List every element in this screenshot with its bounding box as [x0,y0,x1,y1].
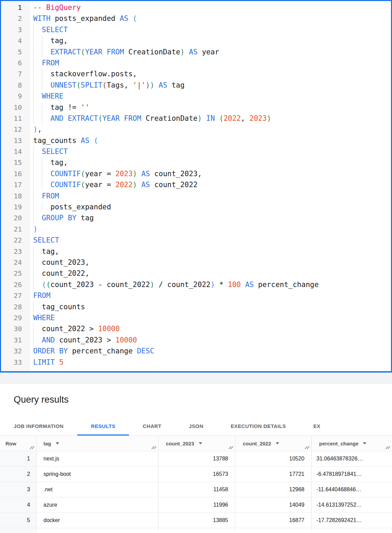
code-line[interactable]: 29WHERE [1,312,391,323]
indent-guide [33,47,34,57]
sort-dropdown-icon[interactable] [363,442,366,444]
code-line[interactable]: 31 AND count_2023 > 10000 [1,335,391,346]
tab-job-information[interactable]: JOB INFORMATION [0,416,77,436]
code-line[interactable]: 14 SELECT [1,146,391,157]
indent-guide [42,80,42,91]
column-label: count_2022 [243,441,271,446]
column-header-count_2023[interactable]: count_2023 [158,436,235,451]
tab-execution-details[interactable]: EXECUTION DETAILS [217,416,300,436]
tab-results[interactable]: RESULTS [77,416,129,436]
cell-count_2023: 11996 [158,497,235,512]
indent-guide [33,246,34,257]
sort-dropdown-icon[interactable] [56,442,59,444]
cell-tag: docker [37,513,158,528]
tab-json[interactable]: JSON [175,416,217,436]
code-line[interactable]: 1-- BigQuery [1,2,391,13]
column-label: count_2023 [166,441,194,446]
cell-row: 1 [0,451,37,466]
code-line[interactable]: 6 FROM [1,57,391,68]
code-line[interactable]: 26 ((count_2023 - count_2022) / count_20… [1,279,391,290]
code-line[interactable]: 17 COUNTIF(year = 2022) AS count_2022 [1,179,391,190]
tab-chart[interactable]: CHART [129,416,175,436]
code-text: WHERE [30,312,55,323]
code-line[interactable]: 20 GROUP BY tag [1,212,391,223]
code-line[interactable]: 30 count_2022 > 10000 [1,323,391,334]
cell-empty [312,528,392,533]
code-line[interactable]: 19 posts_expanded [1,202,391,212]
code-line[interactable]: 12), [1,124,391,135]
indent-guide [33,80,34,91]
code-line[interactable]: 23 tag, [1,246,391,257]
column-resize-handle[interactable] [228,446,233,450]
column-resize-handle[interactable] [30,446,35,450]
code-line[interactable]: 13tag_counts AS ( [1,135,391,146]
column-header-count_2022[interactable]: count_2022 [235,436,312,451]
cell-tag: next.js [37,451,158,466]
tab-ex[interactable]: EX [300,416,334,436]
code-text: SELECT [30,235,59,246]
code-line[interactable]: 18 FROM [1,191,391,202]
code-line[interactable]: 2WITH posts_expanded AS ( [1,13,391,24]
code-line[interactable]: 32ORDER BY percent_change DESC [1,346,391,356]
indent-guide [33,91,34,102]
cell-tag: .net [37,482,158,497]
cell-count_2023: 13885 [158,513,235,528]
code-line[interactable]: 27FROM [1,290,391,301]
code-line[interactable]: 11 AND EXTRACT(YEAR FROM CreationDate) I… [1,113,391,124]
code-line[interactable]: 10 tag != '' [1,102,391,113]
code-line[interactable]: 8 UNNEST(SPLIT(Tags, '|')) AS tag [1,80,391,91]
cell-percent_change: 31.06463878326… [312,451,392,466]
code-line[interactable]: 3 SELECT [1,24,391,35]
sql-editor[interactable]: 1-- BigQuery2WITH posts_expanded AS (3 S… [0,0,392,373]
code-text: FROM [30,191,59,202]
code-text: tag_counts AS ( [30,135,98,146]
code-text: count_2022, [30,268,89,279]
column-header-row[interactable]: Row [0,436,37,451]
code-text: COUNTIF(year = 2023) AS count_2023, [30,168,202,179]
code-line[interactable]: 25 count_2022, [1,268,391,279]
table-row: 2spring-boot1657317721-6.47818971841… [0,467,392,482]
line-number: 25 [1,268,30,279]
code-lines[interactable]: 1-- BigQuery2WITH posts_expanded AS (3 S… [1,1,391,368]
column-label: percent_change [319,441,358,446]
code-line[interactable]: 21) [1,224,391,235]
sort-dropdown-icon[interactable] [199,442,202,444]
line-number: 16 [1,168,30,179]
indent-guide [42,68,42,79]
column-resize-handle[interactable] [152,446,156,450]
code-text: ), [30,124,42,135]
code-line[interactable]: 22SELECT [1,235,391,246]
code-text: LIMIT 5 [30,357,64,368]
line-number: 21 [1,224,30,235]
column-resize-handle[interactable] [386,446,390,450]
column-header-percent_change[interactable]: percent_change [312,436,392,451]
indent-guide [42,168,42,179]
sort-dropdown-icon[interactable] [276,442,279,444]
code-text: EXTRACT(YEAR FROM CreationDate) AS year [30,47,219,57]
code-line[interactable]: 7 stackoverflow.posts, [1,68,391,79]
line-number: 7 [1,68,30,79]
table-partial-row [0,528,392,533]
code-line[interactable]: 4 tag, [1,35,391,46]
indent-guide [42,35,42,46]
code-line[interactable]: 24 count_2023, [1,257,391,268]
cell-percent_change: -14.6131397252… [312,497,392,512]
line-number: 23 [1,246,30,257]
code-line[interactable]: 28 tag_counts [1,301,391,312]
column-header-tag[interactable]: tag [37,436,158,451]
cell-count_2022: 14049 [235,497,312,512]
code-line[interactable]: 15 tag, [1,157,391,168]
code-line[interactable]: 9 WHERE [1,91,391,102]
column-resize-handle[interactable] [305,446,310,450]
code-text: AND EXTRACT(YEAR FROM CreationDate) IN (… [30,113,271,124]
code-line[interactable]: 16 COUNTIF(year = 2023) AS count_2023, [1,168,391,179]
indent-guide [33,323,34,334]
code-text: COUNTIF(year = 2022) AS count_2022 [30,179,198,190]
indent-guide [33,179,34,190]
indent-guide [33,157,34,168]
code-line[interactable]: 33LIMIT 5 [1,357,391,368]
indent-guide [33,257,34,268]
code-line[interactable]: 5 EXTRACT(YEAR FROM CreationDate) AS yea… [1,47,391,57]
line-number: 32 [1,346,30,356]
line-number: 14 [1,146,30,157]
